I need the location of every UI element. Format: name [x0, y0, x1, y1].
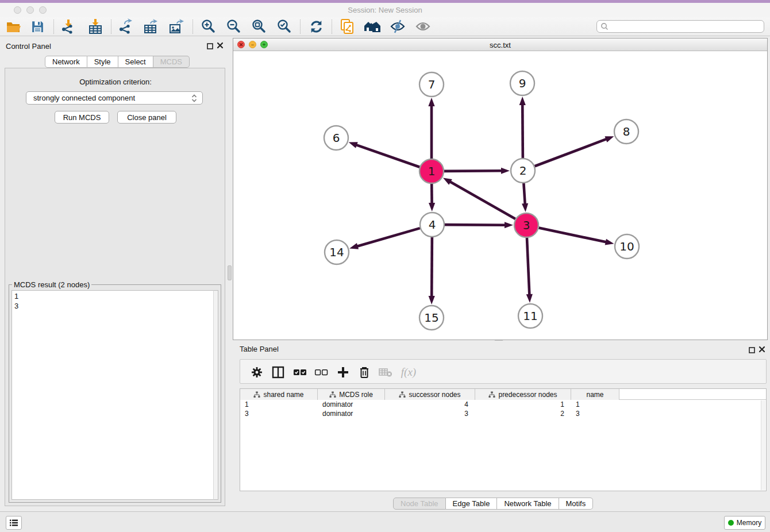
cell-name[interactable]: 1 [571, 400, 619, 409]
graph-node-2[interactable]: 2 [511, 159, 535, 183]
close-panel-icon[interactable] [217, 41, 224, 51]
cell-predecessor-nodes[interactable]: 1 [475, 400, 571, 409]
save-session-icon[interactable] [28, 18, 47, 34]
first-neighbors-icon[interactable] [363, 18, 382, 34]
cell-successor-nodes[interactable]: 3 [385, 409, 475, 418]
tab-select[interactable]: Select [118, 56, 153, 68]
export-table-icon[interactable] [141, 18, 160, 34]
graph-node-7[interactable]: 7 [419, 72, 444, 97]
table-row[interactable]: 3dominator323 [240, 409, 766, 418]
float-table-panel-icon[interactable] [749, 345, 755, 356]
graph-edge-arrowhead [519, 97, 526, 105]
mcds-result-scrollbar[interactable] [213, 290, 218, 500]
column-header-successor-nodes[interactable]: successor nodes [385, 389, 475, 400]
search-input[interactable] [609, 21, 764, 32]
network-canvas[interactable]: 7968124314101511 [233, 51, 767, 340]
cell-MCDS-role[interactable]: dominator [318, 409, 385, 418]
table-row[interactable]: 1dominator411 [240, 400, 766, 409]
graph-edge-1-6[interactable] [356, 145, 419, 167]
cell-name[interactable]: 3 [571, 409, 619, 418]
graph-edge-4-3[interactable] [445, 225, 506, 225]
graph-edge-3-10[interactable] [539, 228, 607, 242]
task-history-button[interactable] [6, 516, 22, 530]
table-scrollbar[interactable] [761, 400, 765, 490]
select-all-columns-icon[interactable] [291, 364, 309, 381]
network-view-title: scc.txt [233, 41, 767, 49]
graph-node-1[interactable]: 1 [419, 159, 444, 183]
cell-shared-name[interactable]: 3 [240, 409, 318, 418]
zoom-out-icon[interactable] [224, 18, 243, 34]
graph-node-label: 2 [519, 164, 527, 178]
column-type-icon [329, 391, 336, 398]
tab-node-table[interactable]: Node Table [393, 498, 446, 510]
graph-edge-arrowhead [349, 243, 359, 249]
tab-motifs[interactable]: Motifs [559, 498, 594, 510]
vertical-splitter-grip[interactable] [228, 265, 232, 280]
column-header-MCDS-role[interactable]: MCDS role [318, 389, 385, 400]
tab-network[interactable]: Network [45, 56, 87, 68]
tab-network-table[interactable]: Network Table [497, 498, 559, 510]
toolbar-separator [332, 20, 332, 34]
graph-node-11[interactable]: 11 [518, 304, 542, 328]
node-table[interactable]: shared nameMCDS rolesuccessor nodesprede… [240, 388, 767, 491]
unselect-all-columns-icon[interactable] [313, 364, 330, 381]
show-all-eye-icon[interactable] [413, 18, 433, 34]
table-body: 1dominator4113dominator323 [240, 400, 766, 418]
graph-node-6[interactable]: 6 [324, 126, 348, 150]
graph-edge-2-9[interactable] [522, 104, 523, 158]
graph-edge-1-2[interactable] [444, 171, 502, 171]
memory-button[interactable]: Memory [724, 516, 765, 530]
tab-mcds[interactable]: MCDS [153, 56, 190, 68]
graph-edge-2-3[interactable] [523, 183, 525, 205]
create-column-plus-icon[interactable] [334, 364, 352, 381]
zoom-in-icon[interactable] [198, 18, 218, 34]
graph-edge-arrowhead [501, 168, 510, 174]
export-network-icon[interactable] [116, 18, 135, 34]
column-header-name[interactable]: name [571, 389, 619, 400]
refresh-view-icon[interactable] [306, 18, 326, 34]
cell-successor-nodes[interactable]: 4 [385, 400, 475, 409]
graph-edge-4-15[interactable] [432, 237, 432, 297]
graph-node-8[interactable]: 8 [614, 119, 638, 144]
hide-selected-eye-slash-icon[interactable] [388, 18, 407, 34]
graph-node-14[interactable]: 14 [325, 240, 349, 264]
graph-edge-3-1[interactable] [449, 182, 515, 219]
graph-node-10[interactable]: 10 [615, 234, 639, 259]
network-view-titlebar[interactable]: ✕ − + scc.txt [233, 38, 767, 51]
graph-edge-3-11[interactable] [527, 238, 529, 295]
mcds-result-text[interactable]: 1 3 [11, 290, 213, 500]
search-field[interactable] [596, 20, 764, 33]
new-network-from-selection-icon[interactable] [337, 18, 357, 34]
cell-shared-name[interactable]: 1 [240, 400, 318, 409]
import-network-icon[interactable] [58, 18, 78, 34]
memory-status-dot [728, 520, 734, 526]
close-panel-button[interactable]: Close panel [117, 111, 176, 124]
open-session-icon[interactable] [3, 18, 23, 34]
graph-node-3[interactable]: 3 [514, 213, 538, 237]
delete-column-trash-icon[interactable] [356, 364, 373, 381]
close-table-panel-icon[interactable] [759, 345, 765, 355]
cell-predecessor-nodes[interactable]: 2 [475, 409, 571, 418]
tab-edge-table[interactable]: Edge Table [446, 498, 498, 510]
zoom-fit-icon[interactable] [249, 18, 268, 34]
run-mcds-button[interactable]: Run MCDS [55, 111, 109, 124]
tab-style[interactable]: Style [87, 56, 118, 68]
graph-node-15[interactable]: 15 [419, 306, 444, 330]
export-image-icon[interactable] [166, 18, 186, 34]
graph-node-9[interactable]: 9 [510, 71, 534, 95]
column-header-predecessor-nodes[interactable]: predecessor nodes [475, 389, 571, 400]
optimization-criterion-select[interactable]: strongly connected component [26, 91, 203, 105]
graph-edge-4-14[interactable] [357, 228, 420, 246]
graph-node-4[interactable]: 4 [420, 213, 444, 237]
import-table-icon[interactable] [86, 18, 105, 34]
graph-edge-2-8[interactable] [535, 139, 607, 167]
zoom-selected-icon[interactable] [274, 18, 294, 34]
show-column-panel-icon[interactable] [270, 364, 287, 381]
cell-MCDS-role[interactable]: dominator [318, 400, 385, 409]
apply-function-icon[interactable]: f(x) [396, 364, 421, 381]
float-panel-icon[interactable] [207, 41, 213, 52]
control-panel-tabs: NetworkStyleSelectMCDS [45, 56, 190, 68]
column-header-shared-name[interactable]: shared name [240, 389, 318, 400]
settings-gear-icon[interactable] [248, 364, 265, 381]
delete-table-icon[interactable] [377, 364, 394, 381]
